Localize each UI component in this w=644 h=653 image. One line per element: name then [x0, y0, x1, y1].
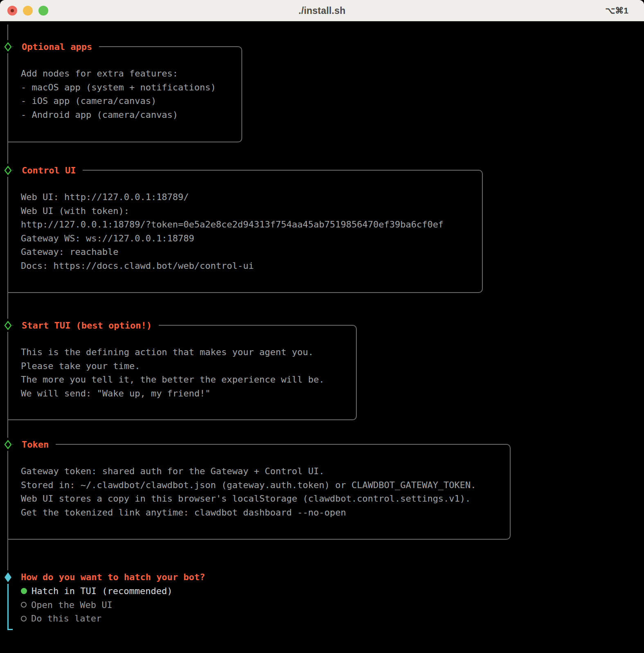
section-diamond-icon	[3, 40, 13, 53]
optional-apps-title: Optional apps	[13, 40, 99, 54]
terminal-content: Optional apps Add nodes for extra featur…	[0, 21, 644, 653]
terminal-line: Web UI: http://127.0.0.1:18789/	[21, 190, 444, 204]
start-tui-body: This is the defining action that makes y…	[21, 345, 324, 400]
titlebar: ./install.sh ⌥⌘1	[0, 0, 644, 21]
terminal-line: Docs: https://docs.clawd.bot/web/control…	[21, 259, 444, 273]
terminal-line: Gateway token: shared auth for the Gatew…	[21, 464, 476, 478]
radio-unselected-icon	[21, 616, 27, 621]
terminal-line: This is the defining action that makes y…	[21, 345, 324, 359]
terminal-line: - macOS app (system + notifications)	[21, 81, 216, 95]
option-row[interactable]: Do this later	[21, 612, 172, 626]
terminal-line: Gateway WS: ws://127.0.0.1:18789	[21, 232, 444, 245]
radio-selected-icon	[21, 588, 27, 594]
option-row[interactable]: Open the Web UI	[21, 598, 172, 612]
option-label: Hatch in TUI (recommended)	[32, 584, 172, 598]
terminal-line: Stored in: ~/.clawdbot/clawdbot.json (ga…	[21, 478, 476, 492]
prompt-connector-line	[7, 584, 13, 630]
section-diamond-icon	[3, 164, 13, 177]
terminal-line: We will send: "Wake up, my friend!"	[21, 387, 324, 401]
section-diamond-icon	[3, 319, 13, 332]
window-title: ./install.sh	[0, 0, 644, 21]
prompt-question: How do you want to hatch your bot?	[21, 570, 205, 584]
terminal-line: - Android app (camera/canvas)	[21, 108, 216, 122]
option-label: Do this later	[31, 612, 101, 626]
optional-apps-body: Add nodes for extra features:- macOS app…	[21, 67, 216, 122]
section-diamond-icon	[3, 438, 13, 451]
terminal-line: Web UI stores a copy in this browser's l…	[21, 492, 476, 506]
control-ui-body: Web UI: http://127.0.0.1:18789/Web UI (w…	[21, 190, 444, 273]
control-ui-title: Control UI	[13, 163, 83, 178]
start-tui-title: Start TUI (best option!)	[13, 318, 159, 333]
token-body: Gateway token: shared auth for the Gatew…	[21, 464, 476, 519]
terminal-line: The more you tell it, the better the exp…	[21, 373, 324, 387]
terminal-line: Add nodes for extra features:	[21, 67, 216, 81]
option-label: Open the Web UI	[31, 598, 113, 612]
radio-unselected-icon	[21, 602, 27, 608]
terminal-line: Get the tokenized link anytime: clawdbot…	[21, 506, 476, 520]
terminal-line: Gateway: reachable	[21, 245, 444, 259]
prompt-diamond-icon	[3, 571, 13, 584]
tab-shortcut: ⌥⌘1	[605, 0, 628, 21]
token-title: Token	[13, 437, 56, 452]
terminal-line: Web UI (with token):	[21, 204, 444, 218]
terminal-window: ./install.sh ⌥⌘1 Optional apps Add nodes…	[0, 0, 644, 653]
prompt-options: Hatch in TUI (recommended)Open the Web U…	[21, 584, 172, 626]
terminal-line: http://127.0.0.1:18789/?token=0e5a2e8ce2…	[21, 218, 444, 232]
terminal-line: Please take your time.	[21, 359, 324, 373]
option-row[interactable]: Hatch in TUI (recommended)	[21, 584, 172, 598]
terminal-line: - iOS app (camera/canvas)	[21, 94, 216, 108]
